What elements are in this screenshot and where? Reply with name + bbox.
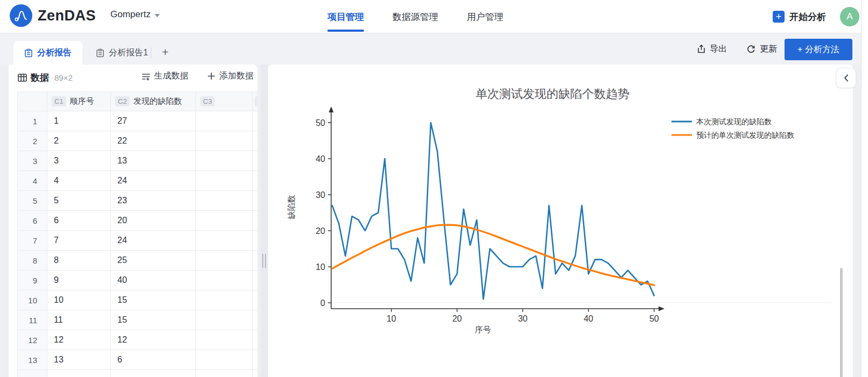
table-cell[interactable]	[196, 131, 253, 151]
model-selector-dropdown[interactable]: Gompertz	[110, 9, 160, 20]
table-cell[interactable]: 13	[111, 151, 196, 171]
table-cell[interactable]	[253, 251, 258, 271]
new-tab-button[interactable]: +	[157, 44, 173, 60]
table-cell[interactable]: 6	[111, 350, 196, 370]
table-cell[interactable]	[196, 271, 253, 290]
table-cell[interactable]: 8	[47, 251, 111, 271]
export-button[interactable]: 导出	[697, 40, 727, 58]
add-analysis-method-button[interactable]: + 分析方法	[785, 39, 852, 60]
table-cell[interactable]	[196, 111, 253, 131]
legend-item[interactable]: 预计的单次测试发现的缺陷数	[671, 131, 794, 139]
x-tick-label: 30	[518, 314, 528, 323]
table-row: 111115	[18, 310, 258, 330]
table-cell[interactable]: 10	[47, 290, 111, 310]
table-cell[interactable]	[111, 370, 196, 377]
window-scrollbar-gutter	[861, 0, 868, 377]
table-cell[interactable]	[253, 231, 258, 251]
column-header-c1[interactable]: C1顺序号	[47, 92, 111, 111]
table-cell[interactable]	[253, 131, 258, 151]
add-data-button[interactable]: 添加数据	[207, 70, 254, 82]
workspace: 数据 89×2 生成数据 添加数据	[0, 65, 868, 377]
nav-item-user-management[interactable]: 用户管理	[467, 0, 503, 33]
panel-splitter[interactable]	[261, 65, 268, 377]
table-cell[interactable]	[196, 151, 253, 171]
app-logo[interactable]: ZenDAS	[10, 4, 96, 27]
table-cell[interactable]	[196, 290, 253, 310]
app-header: ZenDAS Gompertz 项目管理 数据源管理 用户管理 + 开始分析 A	[0, 0, 868, 33]
table-cell[interactable]	[253, 350, 258, 370]
tab-analysis-report[interactable]: 分析报告	[13, 41, 82, 65]
table-cell[interactable]: 25	[111, 251, 196, 271]
table-cell[interactable]: 11	[47, 310, 111, 330]
tab-analysis-report-1[interactable]: 分析报告1	[85, 41, 159, 65]
generate-data-icon	[142, 72, 150, 81]
y-tick-label: 0	[320, 298, 325, 308]
table-row: 13136	[18, 350, 258, 370]
table-cell[interactable]	[196, 330, 253, 350]
table-cell[interactable]: 15	[111, 290, 196, 310]
table-cell[interactable]	[253, 211, 258, 231]
table-cell[interactable]	[196, 191, 253, 211]
table-cell[interactable]: 40	[111, 271, 196, 290]
nav-item-datasource-management[interactable]: 数据源管理	[393, 0, 438, 33]
table-cell[interactable]	[196, 370, 253, 377]
legend-label: 预计的单次测试发现的缺陷数	[696, 131, 794, 139]
row-number: 8	[18, 251, 47, 271]
table-cell[interactable]	[253, 151, 258, 171]
column-header-c4[interactable]: C4	[253, 92, 258, 111]
table-cell[interactable]: 4	[47, 171, 111, 191]
table-cell[interactable]	[196, 211, 253, 231]
table-cell[interactable]: 3	[47, 151, 111, 171]
table-cell[interactable]	[196, 310, 253, 330]
column-header-c2[interactable]: C2发现的缺陷数	[111, 92, 196, 111]
table-row: 7724	[18, 231, 258, 251]
table-cell[interactable]: 5	[47, 191, 111, 211]
vertical-scrollbar[interactable]	[840, 268, 843, 377]
table-cell[interactable]	[196, 251, 253, 271]
start-analysis-button[interactable]: + 开始分析	[773, 11, 826, 23]
table-cell[interactable]: 2	[47, 131, 111, 151]
collapse-panel-button[interactable]	[836, 68, 856, 88]
table-cell[interactable]	[253, 171, 258, 191]
table-cell[interactable]: 23	[111, 191, 196, 211]
table-cell[interactable]	[253, 191, 258, 211]
table-cell[interactable]	[253, 370, 258, 377]
legend-item[interactable]: 本次测试发现的缺陷数	[671, 117, 772, 126]
table-cell[interactable]: 15	[111, 310, 196, 330]
row-number: 5	[18, 191, 47, 211]
nav-item-project-management[interactable]: 项目管理	[327, 0, 364, 33]
table-cell[interactable]: 27	[111, 111, 196, 131]
column-header-c3[interactable]: C3	[196, 92, 253, 111]
corner-cell	[18, 92, 47, 111]
table-cell[interactable]	[196, 350, 253, 370]
table-cell[interactable]: 1	[47, 111, 111, 131]
table-cell[interactable]	[47, 370, 111, 377]
table-cell[interactable]: 6	[47, 211, 111, 231]
table-cell[interactable]: 12	[111, 330, 196, 350]
table-cell[interactable]: 24	[111, 231, 196, 251]
table-cell[interactable]: 20	[111, 211, 196, 231]
table-cell[interactable]	[196, 231, 253, 251]
table-cell[interactable]	[196, 171, 253, 191]
table-cell[interactable]: 7	[47, 231, 111, 251]
y-tick-label: 30	[316, 190, 325, 200]
table-cell[interactable]	[253, 290, 258, 310]
table-row	[18, 370, 258, 377]
x-tick-label: 10	[387, 314, 396, 323]
table-cell[interactable]: 9	[47, 271, 111, 290]
table-cell[interactable]: 13	[47, 350, 111, 370]
table-cell[interactable]	[253, 271, 258, 290]
refresh-button[interactable]: 更新	[746, 40, 777, 58]
table-cell[interactable]	[253, 310, 258, 330]
table-cell[interactable]: 12	[47, 330, 111, 350]
x-tick-label: 40	[584, 314, 593, 323]
generate-data-button[interactable]: 生成数据	[142, 70, 188, 82]
table-row: 2222	[18, 131, 258, 151]
table-cell[interactable]: 24	[111, 171, 196, 191]
table-cell[interactable]	[253, 330, 258, 350]
series-actual-defects-line	[332, 123, 654, 299]
table-cell[interactable]: 22	[111, 131, 196, 151]
user-avatar[interactable]: A	[840, 7, 859, 26]
table-cell[interactable]	[253, 111, 258, 131]
plus-icon	[207, 72, 215, 80]
